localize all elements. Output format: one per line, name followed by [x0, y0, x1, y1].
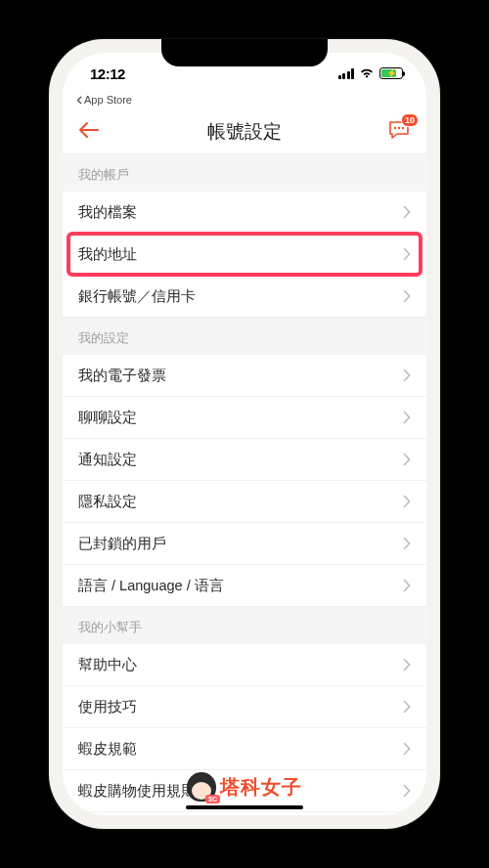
phone-frame: 12:12 ⚡ App Store 帳號設定 [49, 39, 440, 829]
status-icons: ⚡ [338, 67, 404, 79]
list-item-label: 已封鎖的用戶 [78, 535, 166, 553]
list-item[interactable]: 蝦皮規範 [63, 728, 426, 770]
chevron-right-icon [403, 247, 411, 261]
watermark: 3C 塔科女子 [187, 772, 302, 802]
chevron-right-icon [403, 411, 411, 424]
list-item[interactable]: 隱私設定 [63, 481, 426, 523]
list-item-label: 幫助中心 [78, 656, 137, 674]
home-indicator[interactable] [186, 805, 303, 809]
wifi-icon [359, 67, 375, 79]
chevron-right-icon [403, 537, 411, 550]
list-item-label: 聊聊設定 [78, 409, 137, 427]
arrow-left-icon [78, 121, 100, 139]
back-to-app-link[interactable]: App Store [63, 94, 426, 109]
chevron-left-icon [76, 96, 82, 105]
svg-point-2 [402, 126, 404, 128]
list-item[interactable]: 語言 / Language / 语言 [63, 565, 426, 607]
list-item[interactable]: 銀行帳號／信用卡 [63, 276, 426, 318]
section-header: 我的帳戶 [63, 154, 426, 192]
status-time: 12:12 [90, 65, 125, 82]
chat-button[interactable]: 10 [387, 119, 411, 145]
chevron-right-icon [403, 579, 411, 592]
back-to-app-label: App Store [84, 94, 132, 106]
chat-badge: 10 [401, 113, 419, 127]
chevron-right-icon [403, 453, 411, 466]
list-item[interactable]: 喜歡蝦皮嗎？快去評價！ [63, 812, 426, 815]
watermark-text: 塔科女子 [220, 774, 302, 801]
list-item[interactable]: 我的檔案 [63, 192, 426, 234]
chevron-right-icon [403, 658, 411, 672]
nav-bar: 帳號設定 10 [63, 109, 426, 154]
list-item[interactable]: 通知設定 [63, 439, 426, 481]
page-title: 帳號設定 [207, 119, 282, 145]
notch [161, 39, 328, 66]
chevron-right-icon [403, 700, 411, 714]
list-item[interactable]: 已封鎖的用戶 [63, 523, 426, 565]
back-button[interactable] [78, 121, 100, 143]
list-item-label: 語言 / Language / 语言 [78, 577, 224, 595]
list-item-label: 我的電子發票 [78, 367, 166, 385]
list-item-label: 使用技巧 [78, 698, 137, 716]
list-item[interactable]: 幫助中心 [63, 644, 426, 686]
svg-point-0 [394, 126, 396, 128]
list-item-label: 通知設定 [78, 451, 137, 469]
list-item-label: 蝦皮購物使用規則 [78, 782, 196, 801]
list-item[interactable]: 聊聊設定 [63, 397, 426, 439]
chevron-right-icon [403, 205, 411, 219]
section-header: 我的設定 [63, 318, 426, 355]
section-header: 我的小幫手 [63, 607, 426, 644]
signal-icon [338, 68, 355, 79]
watermark-badge: 3C [205, 795, 220, 803]
list-item-label: 銀行帳號／信用卡 [78, 287, 196, 306]
watermark-avatar: 3C [187, 772, 216, 802]
chevron-right-icon [403, 369, 411, 382]
list-item[interactable]: 我的電子發票 [63, 355, 426, 397]
phone-screen: 12:12 ⚡ App Store 帳號設定 [63, 53, 426, 815]
settings-list[interactable]: 我的帳戶我的檔案我的地址銀行帳號／信用卡我的設定我的電子發票聊聊設定通知設定隱私… [63, 154, 426, 815]
chevron-right-icon [403, 495, 411, 508]
chevron-right-icon [403, 784, 411, 798]
svg-point-1 [398, 126, 400, 128]
list-item-label: 我的地址 [78, 245, 137, 264]
list-item[interactable]: 我的地址 [63, 234, 426, 276]
list-item-label: 蝦皮規範 [78, 740, 137, 759]
list-item-label: 隱私設定 [78, 493, 137, 511]
list-item[interactable]: 使用技巧 [63, 686, 426, 728]
battery-icon: ⚡ [379, 67, 403, 79]
chevron-right-icon [403, 742, 411, 756]
chevron-right-icon [403, 289, 411, 303]
list-item-label: 我的檔案 [78, 203, 137, 222]
